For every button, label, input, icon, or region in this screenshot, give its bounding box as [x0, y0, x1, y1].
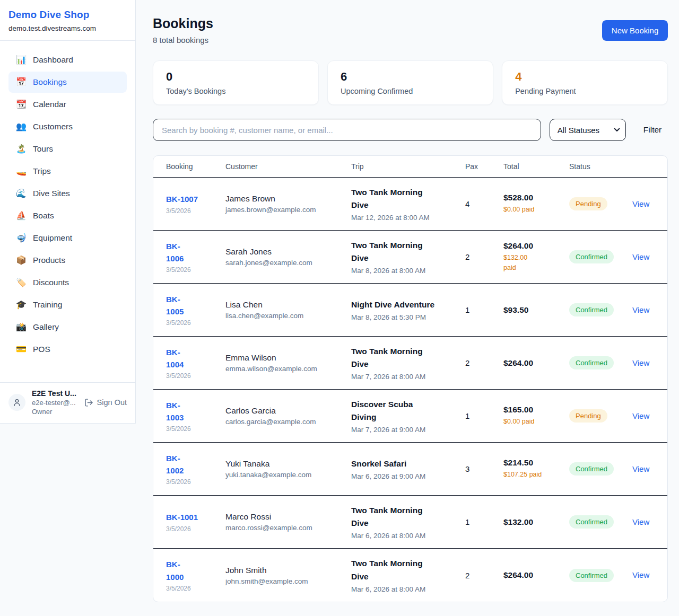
sidebar: Demo Dive Shop demo.test.divestreams.com… [0, 0, 136, 424]
sidebar-item-customers[interactable]: 👥 Customers [8, 116, 127, 137]
sidebar-item-discounts[interactable]: 🏷️ Discounts [8, 272, 127, 293]
brand-block: Demo Dive Shop demo.test.divestreams.com [0, 0, 135, 41]
sidebar-item-label: Calendar [33, 100, 66, 109]
view-link[interactable]: View [632, 199, 649, 208]
logout-icon [84, 398, 93, 407]
booking-id-link[interactable]: BK- 1005 [166, 293, 220, 318]
status-badge: Pending [569, 409, 607, 423]
stat-card: 6 Upcoming Confirmed [327, 60, 493, 105]
island-icon: 🏝️ [16, 145, 27, 153]
pax-count: 2 [465, 252, 503, 261]
customer-name: Marco Rossi [225, 512, 346, 522]
status-badge: Confirmed [569, 356, 614, 369]
bookings-table: BookingCustomerTripPaxTotalStatus BK-100… [153, 155, 668, 602]
view-link[interactable]: View [632, 464, 649, 473]
column-header-total: Total [503, 162, 569, 171]
sign-out-button[interactable]: Sign Out [84, 398, 127, 407]
tag-icon: 🏷️ [16, 278, 27, 287]
trip-datetime: Mar 8, 2026 at 8:00 AM [351, 267, 460, 275]
credit-card-icon: 💳 [16, 345, 27, 354]
booking-date: 3/5/2026 [166, 425, 220, 433]
booking-id-link[interactable]: BK- 1003 [166, 399, 220, 424]
booking-id-link[interactable]: BK- 1006 [166, 240, 220, 265]
view-link[interactable]: View [632, 252, 649, 261]
paid-amount: $107.25 paid [503, 470, 564, 479]
column-header-trip: Trip [351, 162, 465, 171]
trip-datetime: Mar 7, 2026 at 9:00 AM [351, 426, 460, 434]
booking-id-link[interactable]: BK- 1000 [166, 558, 220, 583]
sidebar-item-dashboard[interactable]: 📊 Dashboard [8, 49, 127, 71]
new-booking-button[interactable]: New Booking [602, 20, 668, 41]
stat-value: 4 [515, 70, 655, 84]
sidebar-item-gallery[interactable]: 📸 Gallery [8, 316, 127, 338]
booking-id-link[interactable]: BK- 1004 [166, 346, 220, 371]
total-amount: $165.00 [503, 405, 564, 415]
page-title: Bookings [153, 16, 213, 31]
customer-email: sarah.jones@example.com [225, 259, 346, 267]
view-link[interactable]: View [632, 570, 649, 579]
sidebar-item-products[interactable]: 📦 Products [8, 250, 127, 271]
sidebar-item-label: Equipment [33, 233, 72, 243]
table-row: BK- 1005 3/5/2026 Lisa Chen lisa.chen@ex… [153, 284, 667, 337]
table-body: BK-1007 3/5/2026 James Brown james.brown… [153, 178, 667, 602]
sidebar-item-calendar[interactable]: 📆 Calendar [8, 94, 127, 115]
booking-date: 3/5/2026 [166, 207, 220, 215]
sidebar-item-equipment[interactable]: 🤿 Equipment [8, 227, 127, 249]
search-input[interactable] [153, 119, 541, 141]
status-filter-select[interactable]: All Statuses [550, 119, 626, 141]
column-header-booking: Booking [166, 162, 225, 171]
customer-email: james.brown@example.com [225, 206, 346, 214]
stat-value: 0 [166, 70, 306, 84]
trip-name: Discover Scuba Diving [351, 398, 460, 424]
sidebar-item-boats[interactable]: ⛵ Boats [8, 205, 127, 226]
sidebar-item-label: Discounts [33, 278, 69, 287]
sidebar-item-dive-sites[interactable]: 🌊 Dive Sites [8, 183, 127, 204]
table-row: BK- 1003 3/5/2026 Carlos Garcia carlos.g… [153, 390, 667, 443]
total-amount: $264.00 [503, 570, 564, 580]
person-icon [13, 398, 21, 407]
status-badge: Confirmed [569, 569, 614, 582]
page-header-text: Bookings 8 total bookings [153, 16, 213, 45]
view-link[interactable]: View [632, 305, 649, 314]
sidebar-item-label: Dashboard [33, 55, 73, 65]
pax-count: 1 [465, 305, 503, 314]
sidebar-item-label: Gallery [33, 322, 59, 332]
pax-count: 2 [465, 358, 503, 367]
table-row: BK- 1004 3/5/2026 Emma Wilson emma.wilso… [153, 337, 667, 390]
sidebar-item-tours[interactable]: 🏝️ Tours [8, 138, 127, 160]
customer-email: marco.rossi@example.com [225, 524, 346, 532]
booking-id-link[interactable]: BK-1007 [166, 193, 220, 205]
total-amount: $264.00 [503, 358, 564, 368]
shop-domain: demo.test.divestreams.com [8, 24, 127, 32]
sidebar-item-bookings[interactable]: 📅 Bookings [8, 72, 127, 93]
trip-name: Two Tank Morning Dive [351, 557, 460, 583]
camera-icon: 📸 [16, 323, 27, 331]
view-link[interactable]: View [632, 411, 649, 420]
sidebar-item-pos[interactable]: 💳 POS [8, 339, 127, 360]
sidebar-item-training[interactable]: 🎓 Training [8, 294, 127, 315]
booking-id-link[interactable]: BK-1001 [166, 511, 220, 523]
pax-count: 3 [465, 464, 503, 473]
customer-name: John Smith [225, 566, 346, 575]
pax-count: 4 [465, 199, 503, 208]
tear-off-calendar-icon: 📆 [16, 100, 27, 109]
pax-count: 1 [465, 517, 503, 526]
view-link[interactable]: View [632, 517, 649, 526]
stat-label: Upcoming Confirmed [341, 87, 480, 95]
filter-button[interactable]: Filter [643, 125, 661, 135]
user-info: E2E Test U... e2e-tester@... Owner [32, 389, 78, 416]
table-row: BK-1001 3/5/2026 Marco Rossi marco.rossi… [153, 496, 667, 549]
booking-date: 3/5/2026 [166, 525, 220, 533]
status-badge: Confirmed [569, 462, 614, 476]
column-header-status: Status [569, 162, 632, 171]
trip-datetime: Mar 6, 2026 at 8:00 AM [351, 532, 460, 540]
stat-label: Pending Payment [515, 87, 655, 95]
booking-date: 3/5/2026 [166, 585, 220, 592]
trip-name: Snorkel Safari [351, 457, 460, 470]
sidebar-item-trips[interactable]: 🚤 Trips [8, 161, 127, 182]
view-link[interactable]: View [632, 358, 649, 367]
customer-email: emma.wilson@example.com [225, 365, 346, 373]
stat-label: Today's Bookings [166, 87, 306, 95]
customer-name: James Brown [225, 194, 346, 204]
booking-id-link[interactable]: BK- 1002 [166, 452, 220, 477]
